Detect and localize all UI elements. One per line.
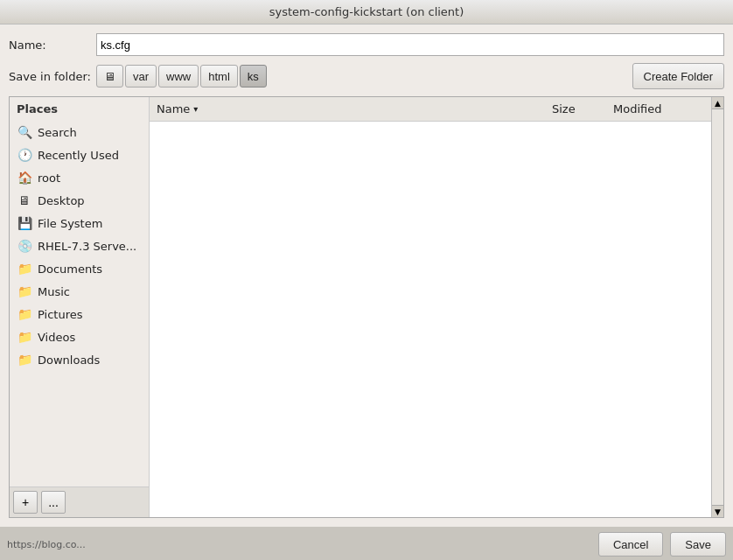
- breadcrumb-html[interactable]: html: [200, 65, 238, 88]
- status-url: https://blog.co...: [7, 539, 86, 550]
- breadcrumb-www[interactable]: www: [158, 65, 199, 88]
- file-list: Name ▾ Size Modified: [150, 97, 711, 517]
- breadcrumb-ks[interactable]: ks: [240, 65, 267, 88]
- scrollbar[interactable]: ▲ ▼: [711, 97, 723, 517]
- music-icon: 📁: [17, 284, 32, 299]
- sidebar-item-documents[interactable]: 📁 Documents: [10, 257, 149, 280]
- sidebar: Places 🔍 Search 🕐 Recently Used 🏠 root 🖥…: [10, 97, 150, 517]
- sidebar-item-root-label: root: [38, 172, 60, 185]
- sidebar-item-downloads-label: Downloads: [38, 354, 100, 367]
- scrollbar-up-button[interactable]: ▲: [712, 97, 723, 109]
- create-folder-button[interactable]: Create Folder: [632, 63, 724, 89]
- search-icon: 🔍: [17, 124, 32, 140]
- pictures-icon: 📁: [17, 306, 32, 322]
- cancel-button[interactable]: Cancel: [598, 532, 663, 556]
- save-button[interactable]: Save: [670, 532, 726, 556]
- rhel-server-icon: 💿: [17, 238, 32, 254]
- sidebar-item-videos[interactable]: 📁 Videos: [10, 326, 149, 348]
- sidebar-item-rhel-server-label: RHEL-7.3 Serve...: [38, 240, 136, 253]
- name-input[interactable]: [96, 33, 724, 56]
- name-row: Name:: [9, 33, 724, 56]
- downloads-icon: 📁: [17, 352, 32, 368]
- sidebar-item-root[interactable]: 🏠 root: [10, 166, 149, 189]
- root-icon: 🏠: [17, 170, 32, 186]
- sidebar-item-search[interactable]: 🔍 Search: [10, 121, 149, 144]
- dialog: Name: Save in folder: 🖥 var www html ks …: [0, 24, 733, 527]
- save-in-folder-label: Save in folder:: [9, 70, 96, 83]
- title-text: system-config-kickstart (on client): [269, 5, 464, 18]
- name-label: Name:: [9, 38, 96, 52]
- title-bar: system-config-kickstart (on client): [0, 0, 733, 24]
- sidebar-item-music-label: Music: [38, 285, 70, 298]
- sidebar-item-pictures-label: Pictures: [38, 308, 82, 321]
- add-place-button[interactable]: +: [13, 491, 38, 514]
- scrollbar-down-button[interactable]: ▼: [712, 505, 723, 517]
- sidebar-item-videos-label: Videos: [38, 331, 75, 344]
- filesystem-icon: 💾: [17, 215, 32, 231]
- sidebar-header: Places: [10, 97, 149, 121]
- sidebar-item-desktop[interactable]: 🖥 Desktop: [10, 189, 149, 212]
- scrollbar-track: [712, 109, 723, 505]
- sidebar-item-recently-used-label: Recently Used: [38, 149, 119, 162]
- sidebar-item-filesystem-label: File System: [38, 217, 102, 230]
- column-header-modified[interactable]: Modified: [606, 99, 711, 119]
- column-header-name[interactable]: Name ▾: [150, 99, 545, 119]
- file-list-header: Name ▾ Size Modified: [150, 97, 711, 122]
- folder-row: Save in folder: 🖥 var www html ks Create…: [9, 63, 724, 89]
- breadcrumb-container: 🖥 var www html ks: [96, 65, 632, 88]
- more-options-button[interactable]: ...: [41, 491, 66, 514]
- sidebar-item-filesystem[interactable]: 💾 File System: [10, 212, 149, 234]
- sidebar-item-search-label: Search: [38, 126, 77, 139]
- sidebar-bottom: + ...: [10, 486, 149, 517]
- desktop-icon: 🖥: [17, 192, 32, 208]
- main-area: Places 🔍 Search 🕐 Recently Used 🏠 root 🖥…: [9, 96, 724, 518]
- file-list-body: [150, 122, 711, 517]
- sidebar-item-desktop-label: Desktop: [38, 194, 85, 207]
- sidebar-item-rhel-server[interactable]: 💿 RHEL-7.3 Serve...: [10, 234, 149, 257]
- sidebar-item-recently-used[interactable]: 🕐 Recently Used: [10, 144, 149, 166]
- sidebar-item-music[interactable]: 📁 Music: [10, 280, 149, 303]
- sort-arrow-icon: ▾: [193, 104, 198, 114]
- recently-used-icon: 🕐: [17, 147, 32, 163]
- column-header-size[interactable]: Size: [545, 99, 606, 119]
- breadcrumb-root-icon[interactable]: 🖥: [96, 65, 123, 88]
- videos-icon: 📁: [17, 329, 32, 345]
- breadcrumb-var[interactable]: var: [125, 65, 157, 88]
- sidebar-item-documents-label: Documents: [38, 262, 102, 276]
- documents-icon: 📁: [17, 261, 32, 276]
- sidebar-item-downloads[interactable]: 📁 Downloads: [10, 348, 149, 371]
- sidebar-item-pictures[interactable]: 📁 Pictures: [10, 303, 149, 326]
